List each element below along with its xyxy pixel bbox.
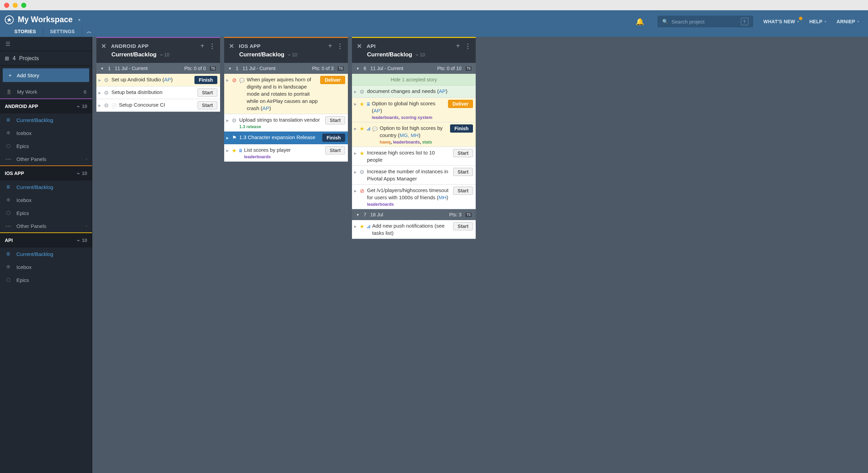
sidebar-section-header[interactable]: ANDROID APP 10 (0, 98, 92, 113)
expand-story-icon[interactable]: ▶ (98, 104, 101, 107)
search-help-icon[interactable]: ? (741, 18, 748, 25)
user-menu[interactable]: ARNIEP ▾ (837, 19, 859, 24)
collapse-header-button[interactable] (82, 26, 96, 37)
story-card[interactable]: ▶ document changes and needs (AP) (352, 85, 476, 98)
minimize-window-icon[interactable] (13, 3, 18, 8)
add-story-icon[interactable] (200, 42, 204, 50)
team-strength-icon[interactable]: TS (465, 66, 472, 71)
sidebar-item[interactable]: Current/Backlog (0, 113, 92, 126)
story-card[interactable]: ▶ List scores by player leaderboards Sta… (224, 144, 348, 162)
notifications-bell-icon[interactable]: 🔔 (636, 17, 644, 26)
sidebar: 4 Projects ＋ Add Story My Work 6 ANDROID… (0, 37, 92, 473)
story-card[interactable]: ▶ 1.3 Character expansion Release Finish (224, 132, 348, 144)
story-card[interactable]: ▶ Set up Android Studio (AP) Finish (96, 74, 220, 86)
story-action-button[interactable]: Start (198, 101, 217, 109)
add-story-icon[interactable] (328, 42, 332, 50)
expand-story-icon[interactable]: ▶ (226, 136, 229, 140)
story-card[interactable]: ▶ Option to global high scores (AP) lead… (352, 98, 476, 122)
search-input[interactable] (672, 19, 737, 25)
expand-story-icon[interactable]: ▶ (354, 127, 357, 131)
iteration-header[interactable]: ▼ 1 11 Jul - Current Pts: 0 of 3 TS (224, 63, 348, 74)
tab-settings[interactable]: SETTINGS (43, 26, 82, 37)
story-action-button[interactable]: Deliver (320, 76, 345, 84)
story-action-button[interactable]: Start (325, 146, 345, 154)
story-card[interactable]: ▶ When player aquires horn of dignity an… (224, 74, 348, 114)
panel-menu-icon[interactable] (337, 42, 343, 50)
sidebar-item[interactable]: Current/Backlog (0, 247, 92, 260)
sidebar-item[interactable]: Epics (0, 273, 92, 286)
story-action-button[interactable]: Finish (194, 76, 217, 84)
close-panel-icon[interactable]: ✕ (229, 42, 234, 50)
sidebar-item-icon (5, 222, 12, 230)
iteration-header[interactable]: ▼ 7 18 Jul Pts: 3 TS (352, 209, 476, 220)
sidebar-section-header[interactable]: API 10 (0, 232, 92, 247)
tab-stories[interactable]: STORIES (8, 26, 43, 37)
whats-new-link[interactable]: WHAT'S NEW ▾ (763, 19, 799, 24)
sidebar-item[interactable]: Epics (0, 206, 92, 219)
story-card[interactable]: ▶ Increase high scores list to 10 people… (352, 147, 476, 166)
close-window-icon[interactable] (4, 3, 9, 8)
story-action-button[interactable]: Start (325, 116, 345, 124)
sidebar-item[interactable]: Other Panels› (0, 152, 92, 165)
story-card[interactable]: ▶ Setup Concourse CI Start (96, 99, 220, 112)
add-story-icon[interactable] (456, 42, 460, 50)
volatility-icon (77, 238, 80, 243)
estimate-icon (239, 149, 242, 152)
story-action-button[interactable]: Finish (322, 134, 345, 142)
story-card[interactable]: ▶ Increase the number of instances in Pi… (352, 166, 476, 185)
zoom-window-icon[interactable] (21, 3, 26, 8)
team-strength-icon[interactable]: TS (210, 66, 216, 71)
sidebar-item[interactable]: Icebox (0, 260, 92, 273)
expand-story-icon[interactable]: ▶ (226, 119, 229, 122)
story-card[interactable]: ▶ Option to list high scores by country … (352, 122, 476, 147)
expand-story-icon[interactable]: ▶ (354, 102, 357, 106)
workspace-switcher[interactable]: My Workspace ▾ (5, 15, 80, 24)
expand-story-icon[interactable]: ▶ (354, 189, 357, 193)
panel-menu-icon[interactable] (209, 42, 215, 50)
help-link[interactable]: HELP ▾ (809, 19, 826, 24)
story-action-button[interactable]: Start (198, 89, 217, 97)
sidebar-section-header[interactable]: IOS APP 10 (0, 165, 92, 180)
chore-icon (231, 117, 237, 124)
add-story-button[interactable]: ＋ Add Story (3, 68, 89, 82)
sidebar-item[interactable]: Icebox (0, 193, 92, 206)
story-owner: MH (438, 194, 446, 200)
search-box[interactable]: 🔍 ? (657, 16, 753, 27)
iteration-header[interactable]: ▼ 6 11 Jul - Current Pts: 0 of 10 TS (352, 63, 476, 74)
sidebar-toggle[interactable] (0, 37, 92, 51)
story-action-button[interactable]: Start (453, 187, 473, 195)
expand-story-icon[interactable]: ▶ (354, 225, 357, 228)
sidebar-item[interactable]: Current/Backlog (0, 180, 92, 193)
story-card[interactable]: ▶ Get /v1/players/highscores timesout fo… (352, 185, 476, 209)
story-labels: leaderboards (244, 154, 323, 159)
iteration-header[interactable]: ▼ 1 11 Jul - Current Pts: 0 of 0 TS (96, 63, 220, 74)
story-action-button[interactable]: Start (453, 222, 473, 230)
expand-story-icon[interactable]: ▶ (226, 149, 229, 152)
expand-story-icon[interactable]: ▶ (354, 151, 357, 155)
team-strength-icon[interactable]: TS (465, 213, 472, 217)
panels-container: ✕ ANDROID APP Current/Backlog 10 ▼ 1 11 … (92, 37, 868, 473)
story-action-button[interactable]: Start (453, 168, 473, 176)
story-card[interactable]: ▶ Upload strings to translation vendor 1… (224, 114, 348, 132)
sidebar-item[interactable]: Icebox (0, 126, 92, 139)
story-card[interactable]: ▶ Setup beta distribution Start (96, 86, 220, 99)
my-work-link[interactable]: My Work 6 (0, 85, 92, 98)
sidebar-item-icon (5, 130, 12, 136)
expand-story-icon[interactable]: ▶ (98, 91, 101, 95)
expand-story-icon[interactable]: ▶ (354, 170, 357, 174)
expand-story-icon[interactable]: ▶ (354, 90, 357, 94)
team-strength-icon[interactable]: TS (338, 66, 344, 71)
sidebar-item[interactable]: Other Panels› (0, 219, 92, 232)
close-panel-icon[interactable]: ✕ (357, 42, 362, 50)
sidebar-item[interactable]: Epics (0, 139, 92, 152)
expand-story-icon[interactable]: ▶ (98, 78, 101, 82)
projects-header[interactable]: 4 Projects (0, 51, 92, 66)
expand-story-icon[interactable]: ▶ (226, 78, 229, 82)
story-action-button[interactable]: Start (453, 149, 473, 157)
panel-menu-icon[interactable] (465, 42, 471, 50)
story-action-button[interactable]: Finish (450, 124, 473, 133)
accepted-stories-toggle[interactable]: Hide 1 accepted story (352, 74, 476, 85)
story-action-button[interactable]: Deliver (448, 100, 473, 108)
close-panel-icon[interactable]: ✕ (101, 42, 106, 50)
story-card[interactable]: ▶ Add new push notifications (see tasks … (352, 220, 476, 239)
